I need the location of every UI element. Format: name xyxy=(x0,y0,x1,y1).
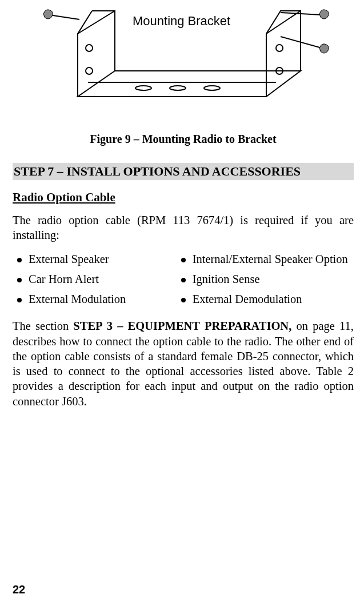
bullet-icon xyxy=(181,278,186,282)
body-pre: The section xyxy=(13,320,73,332)
bullet-icon xyxy=(17,298,22,302)
svg-point-6 xyxy=(86,45,93,51)
bullet-col-left: External Speaker Car Horn Alert External… xyxy=(13,253,163,313)
body-bold: STEP 3 – EQUIPMENT PREPARATION, xyxy=(73,320,291,332)
bullet-col-right: Internal/External Speaker Option Ignitio… xyxy=(177,253,354,313)
bullet-text: Car Horn Alert xyxy=(29,273,99,286)
body-post: on page 11, describes how to connect the… xyxy=(13,320,354,407)
bullet-text: Ignition Sense xyxy=(193,273,260,286)
body-paragraph: The section STEP 3 – EQUIPMENT PREPARATI… xyxy=(13,318,354,408)
intro-paragraph: The radio option cable (RPM 113 7674/1) … xyxy=(13,213,354,242)
sub-heading: Radio Option Cable xyxy=(13,190,354,205)
bullet-icon xyxy=(17,258,22,262)
bullet-icon xyxy=(17,278,22,282)
list-item: Ignition Sense xyxy=(177,273,354,286)
svg-point-7 xyxy=(86,67,93,74)
svg-point-5 xyxy=(204,86,220,90)
bullet-icon xyxy=(181,298,186,302)
svg-line-0 xyxy=(49,15,79,19)
bullet-text: Internal/External Speaker Option xyxy=(193,253,348,266)
bullet-text: External Speaker xyxy=(29,253,109,266)
step-heading: STEP 7 – INSTALL OPTIONS AND ACCESSORIES xyxy=(13,163,354,180)
figure-caption: Figure 9 – Mounting Radio to Bracket xyxy=(13,133,354,146)
bullet-text: External Modulation xyxy=(29,293,126,306)
list-item: External Demodulation xyxy=(177,293,354,306)
bullet-icon xyxy=(181,258,186,262)
svg-point-3 xyxy=(135,86,151,90)
bullet-columns: External Speaker Car Horn Alert External… xyxy=(13,253,354,313)
figure-mounting-bracket: Mounting Bracket xyxy=(13,0,354,113)
figure-label: Mounting Bracket xyxy=(133,14,230,29)
list-item: Internal/External Speaker Option xyxy=(177,253,354,266)
page-number: 22 xyxy=(13,583,25,596)
list-item: Car Horn Alert xyxy=(13,273,163,286)
list-item: External Modulation xyxy=(13,293,163,306)
svg-point-8 xyxy=(276,45,283,51)
list-item: External Speaker xyxy=(13,253,163,266)
bullet-text: External Demodulation xyxy=(193,293,302,306)
svg-point-4 xyxy=(170,86,186,90)
